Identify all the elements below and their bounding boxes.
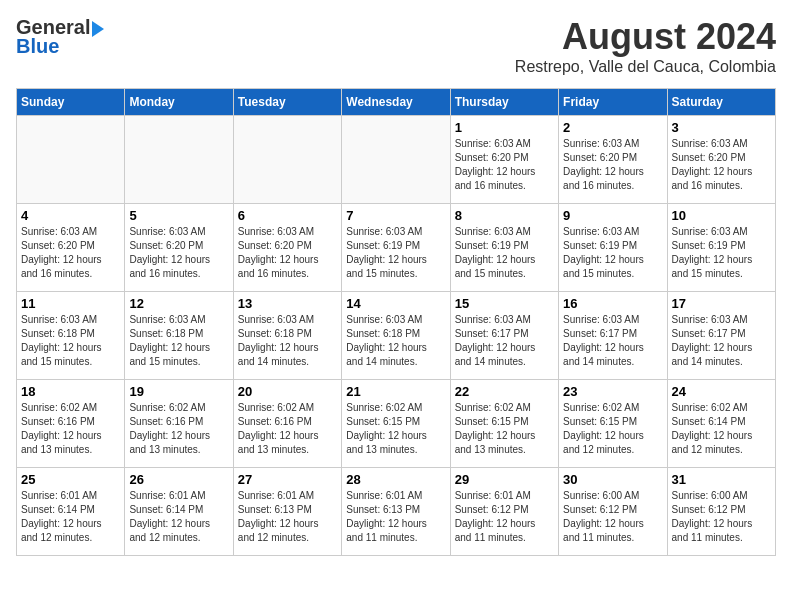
day-number: 2	[563, 120, 662, 135]
calendar-day-cell: 14Sunrise: 6:03 AM Sunset: 6:18 PM Dayli…	[342, 292, 450, 380]
day-info-text: Sunrise: 6:03 AM Sunset: 6:17 PM Dayligh…	[455, 313, 554, 369]
day-number: 18	[21, 384, 120, 399]
calendar-day-cell: 21Sunrise: 6:02 AM Sunset: 6:15 PM Dayli…	[342, 380, 450, 468]
day-number: 13	[238, 296, 337, 311]
day-number: 28	[346, 472, 445, 487]
day-of-week-header: Thursday	[450, 89, 558, 116]
day-info-text: Sunrise: 6:01 AM Sunset: 6:12 PM Dayligh…	[455, 489, 554, 545]
day-info-text: Sunrise: 6:03 AM Sunset: 6:20 PM Dayligh…	[563, 137, 662, 193]
day-info-text: Sunrise: 6:01 AM Sunset: 6:14 PM Dayligh…	[21, 489, 120, 545]
day-info-text: Sunrise: 6:02 AM Sunset: 6:15 PM Dayligh…	[455, 401, 554, 457]
day-info-text: Sunrise: 6:03 AM Sunset: 6:17 PM Dayligh…	[563, 313, 662, 369]
month-year-title: August 2024	[515, 16, 776, 58]
day-info-text: Sunrise: 6:03 AM Sunset: 6:18 PM Dayligh…	[21, 313, 120, 369]
day-of-week-header: Tuesday	[233, 89, 341, 116]
day-number: 4	[21, 208, 120, 223]
calendar-day-cell: 16Sunrise: 6:03 AM Sunset: 6:17 PM Dayli…	[559, 292, 667, 380]
day-number: 1	[455, 120, 554, 135]
day-number: 11	[21, 296, 120, 311]
calendar-day-cell	[17, 116, 125, 204]
calendar-week-row: 18Sunrise: 6:02 AM Sunset: 6:16 PM Dayli…	[17, 380, 776, 468]
day-number: 9	[563, 208, 662, 223]
calendar-day-cell: 31Sunrise: 6:00 AM Sunset: 6:12 PM Dayli…	[667, 468, 775, 556]
day-number: 25	[21, 472, 120, 487]
day-number: 31	[672, 472, 771, 487]
calendar-day-cell: 10Sunrise: 6:03 AM Sunset: 6:19 PM Dayli…	[667, 204, 775, 292]
day-info-text: Sunrise: 6:02 AM Sunset: 6:15 PM Dayligh…	[563, 401, 662, 457]
day-of-week-header: Monday	[125, 89, 233, 116]
calendar-day-cell: 29Sunrise: 6:01 AM Sunset: 6:12 PM Dayli…	[450, 468, 558, 556]
day-of-week-header: Sunday	[17, 89, 125, 116]
calendar-day-cell: 18Sunrise: 6:02 AM Sunset: 6:16 PM Dayli…	[17, 380, 125, 468]
calendar-day-cell: 17Sunrise: 6:03 AM Sunset: 6:17 PM Dayli…	[667, 292, 775, 380]
calendar-day-cell: 27Sunrise: 6:01 AM Sunset: 6:13 PM Dayli…	[233, 468, 341, 556]
logo: General Blue	[16, 16, 104, 58]
calendar-table: SundayMondayTuesdayWednesdayThursdayFrid…	[16, 88, 776, 556]
day-info-text: Sunrise: 6:01 AM Sunset: 6:13 PM Dayligh…	[346, 489, 445, 545]
calendar-day-cell	[125, 116, 233, 204]
calendar-day-cell: 2Sunrise: 6:03 AM Sunset: 6:20 PM Daylig…	[559, 116, 667, 204]
calendar-day-cell: 23Sunrise: 6:02 AM Sunset: 6:15 PM Dayli…	[559, 380, 667, 468]
calendar-day-cell: 15Sunrise: 6:03 AM Sunset: 6:17 PM Dayli…	[450, 292, 558, 380]
day-info-text: Sunrise: 6:01 AM Sunset: 6:14 PM Dayligh…	[129, 489, 228, 545]
day-info-text: Sunrise: 6:02 AM Sunset: 6:16 PM Dayligh…	[129, 401, 228, 457]
calendar-day-cell: 5Sunrise: 6:03 AM Sunset: 6:20 PM Daylig…	[125, 204, 233, 292]
day-number: 23	[563, 384, 662, 399]
logo-blue-text: Blue	[16, 35, 59, 58]
day-info-text: Sunrise: 6:03 AM Sunset: 6:19 PM Dayligh…	[346, 225, 445, 281]
calendar-day-cell: 4Sunrise: 6:03 AM Sunset: 6:20 PM Daylig…	[17, 204, 125, 292]
day-info-text: Sunrise: 6:03 AM Sunset: 6:18 PM Dayligh…	[129, 313, 228, 369]
calendar-day-cell: 22Sunrise: 6:02 AM Sunset: 6:15 PM Dayli…	[450, 380, 558, 468]
calendar-day-cell: 6Sunrise: 6:03 AM Sunset: 6:20 PM Daylig…	[233, 204, 341, 292]
calendar-day-cell	[233, 116, 341, 204]
day-info-text: Sunrise: 6:03 AM Sunset: 6:20 PM Dayligh…	[238, 225, 337, 281]
calendar-day-cell: 13Sunrise: 6:03 AM Sunset: 6:18 PM Dayli…	[233, 292, 341, 380]
day-number: 29	[455, 472, 554, 487]
day-info-text: Sunrise: 6:03 AM Sunset: 6:18 PM Dayligh…	[346, 313, 445, 369]
day-info-text: Sunrise: 6:00 AM Sunset: 6:12 PM Dayligh…	[563, 489, 662, 545]
day-info-text: Sunrise: 6:03 AM Sunset: 6:20 PM Dayligh…	[129, 225, 228, 281]
calendar-day-cell: 24Sunrise: 6:02 AM Sunset: 6:14 PM Dayli…	[667, 380, 775, 468]
day-info-text: Sunrise: 6:00 AM Sunset: 6:12 PM Dayligh…	[672, 489, 771, 545]
calendar-day-cell: 28Sunrise: 6:01 AM Sunset: 6:13 PM Dayli…	[342, 468, 450, 556]
day-of-week-header: Wednesday	[342, 89, 450, 116]
day-info-text: Sunrise: 6:03 AM Sunset: 6:20 PM Dayligh…	[21, 225, 120, 281]
logo-arrow-icon	[92, 21, 104, 37]
calendar-day-cell: 19Sunrise: 6:02 AM Sunset: 6:16 PM Dayli…	[125, 380, 233, 468]
day-info-text: Sunrise: 6:03 AM Sunset: 6:19 PM Dayligh…	[563, 225, 662, 281]
day-info-text: Sunrise: 6:03 AM Sunset: 6:19 PM Dayligh…	[455, 225, 554, 281]
page-header: General Blue August 2024 Restrepo, Valle…	[16, 16, 776, 76]
calendar-day-cell	[342, 116, 450, 204]
day-number: 8	[455, 208, 554, 223]
calendar-day-cell: 9Sunrise: 6:03 AM Sunset: 6:19 PM Daylig…	[559, 204, 667, 292]
calendar-day-cell: 25Sunrise: 6:01 AM Sunset: 6:14 PM Dayli…	[17, 468, 125, 556]
day-number: 15	[455, 296, 554, 311]
day-number: 22	[455, 384, 554, 399]
calendar-header-row: SundayMondayTuesdayWednesdayThursdayFrid…	[17, 89, 776, 116]
location-subtitle: Restrepo, Valle del Cauca, Colombia	[515, 58, 776, 76]
day-number: 27	[238, 472, 337, 487]
day-number: 3	[672, 120, 771, 135]
calendar-week-row: 11Sunrise: 6:03 AM Sunset: 6:18 PM Dayli…	[17, 292, 776, 380]
day-number: 12	[129, 296, 228, 311]
day-info-text: Sunrise: 6:03 AM Sunset: 6:17 PM Dayligh…	[672, 313, 771, 369]
calendar-day-cell: 26Sunrise: 6:01 AM Sunset: 6:14 PM Dayli…	[125, 468, 233, 556]
title-area: August 2024 Restrepo, Valle del Cauca, C…	[515, 16, 776, 76]
day-number: 16	[563, 296, 662, 311]
calendar-day-cell: 8Sunrise: 6:03 AM Sunset: 6:19 PM Daylig…	[450, 204, 558, 292]
day-number: 20	[238, 384, 337, 399]
day-info-text: Sunrise: 6:02 AM Sunset: 6:14 PM Dayligh…	[672, 401, 771, 457]
day-number: 14	[346, 296, 445, 311]
day-number: 5	[129, 208, 228, 223]
calendar-week-row: 1Sunrise: 6:03 AM Sunset: 6:20 PM Daylig…	[17, 116, 776, 204]
day-info-text: Sunrise: 6:03 AM Sunset: 6:20 PM Dayligh…	[672, 137, 771, 193]
calendar-week-row: 4Sunrise: 6:03 AM Sunset: 6:20 PM Daylig…	[17, 204, 776, 292]
calendar-day-cell: 3Sunrise: 6:03 AM Sunset: 6:20 PM Daylig…	[667, 116, 775, 204]
day-info-text: Sunrise: 6:03 AM Sunset: 6:19 PM Dayligh…	[672, 225, 771, 281]
day-info-text: Sunrise: 6:03 AM Sunset: 6:20 PM Dayligh…	[455, 137, 554, 193]
day-number: 19	[129, 384, 228, 399]
day-info-text: Sunrise: 6:02 AM Sunset: 6:16 PM Dayligh…	[238, 401, 337, 457]
day-info-text: Sunrise: 6:01 AM Sunset: 6:13 PM Dayligh…	[238, 489, 337, 545]
day-number: 6	[238, 208, 337, 223]
calendar-week-row: 25Sunrise: 6:01 AM Sunset: 6:14 PM Dayli…	[17, 468, 776, 556]
